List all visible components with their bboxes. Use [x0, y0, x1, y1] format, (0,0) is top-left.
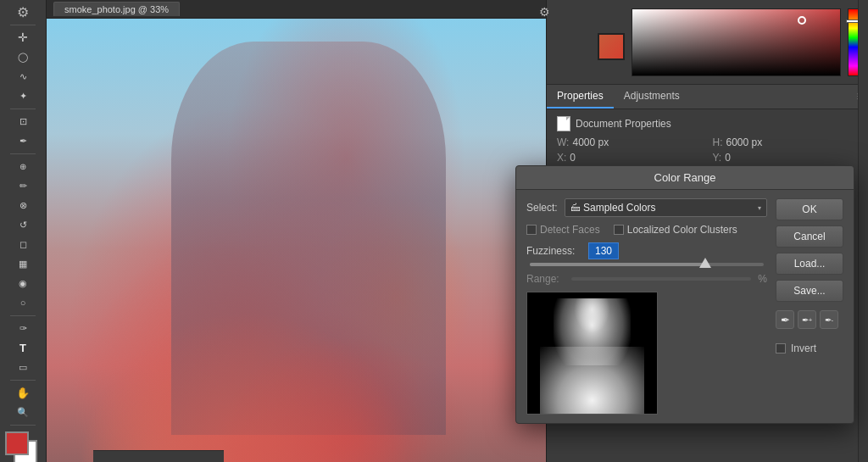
range-percent: % — [758, 273, 767, 285]
color-gradient-overlay — [632, 9, 840, 75]
zoom-tool[interactable]: 🔍 — [11, 404, 35, 421]
load-button[interactable]: Load... — [776, 253, 843, 275]
height-value: 6000 px — [726, 136, 763, 148]
width-field: W: 4000 px — [557, 136, 703, 148]
eyedropper-add-icon[interactable]: ✒+ — [798, 310, 816, 329]
fuzziness-row: Fuzziness: 130 — [526, 242, 767, 259]
healing-brush-tool[interactable]: ⊕ — [11, 158, 35, 175]
eyedropper-tool[interactable]: ✒ — [11, 132, 35, 150]
canvas-area[interactable]: smoke_photo.jpg @ 33% — [47, 0, 546, 462]
select-row: Select: 🖮 Sampled Colors ▾ — [526, 198, 767, 217]
eyedropper-tools-row: ✒ ✒+ ✒- — [776, 310, 843, 329]
color-picker-area: ⚙ — [547, 0, 868, 85]
invert-checkbox[interactable] — [776, 343, 786, 353]
x-value: 0 — [570, 152, 576, 164]
y-value: 0 — [725, 152, 731, 164]
toolbar-separator-3 — [10, 153, 36, 154]
detect-faces-checkbox[interactable] — [526, 225, 537, 235]
move-tool[interactable]: ✛ — [11, 29, 35, 47]
text-tool[interactable]: T — [11, 339, 35, 357]
options-row: Detect Faces Localized Color Clusters — [526, 224, 767, 236]
fuzziness-slider-track[interactable] — [530, 263, 764, 266]
toolbar-separator-2 — [10, 109, 36, 109]
doc-props-grid: W: 4000 px H: 6000 px X: 0 Y: 0 — [557, 136, 858, 164]
preview-head — [566, 298, 618, 335]
select-value: 🖮 Sampled Colors — [570, 202, 656, 214]
preview-smoke-bottom — [540, 347, 643, 414]
range-label: Range: — [526, 273, 565, 285]
gradient-tool[interactable]: ▦ — [11, 255, 35, 273]
chevron-down-icon: ▾ — [758, 204, 761, 212]
detect-faces-label: Detect Faces — [540, 224, 600, 236]
detect-faces-option[interactable]: Detect Faces — [526, 224, 600, 236]
preview-image — [527, 292, 657, 414]
document-properties-panel: Document Properties W: 4000 px H: 6000 p… — [547, 109, 868, 170]
invert-label: Invert — [791, 342, 816, 354]
localized-color-clusters-option[interactable]: Localized Color Clusters — [614, 224, 737, 236]
color-swatches — [5, 431, 41, 459]
app-container: ⚙ ✛ ◯ ∿ ✦ ⊡ ✒ ⊕ ✏ ⊗ ↺ ◻ ▦ ◉ ○ ✑ T ▭ ✋ 🔍 — [0, 0, 868, 462]
shape-tool[interactable]: ▭ — [11, 359, 35, 376]
panel-settings-icon[interactable]: ⚙ — [539, 5, 550, 19]
foreground-color-swatch[interactable] — [5, 431, 29, 455]
color-gradient-picker[interactable] — [632, 8, 841, 76]
preview-image-container — [526, 292, 658, 415]
eyedropper-sample-icon[interactable]: ✒ — [776, 310, 794, 329]
document-icon — [557, 116, 570, 131]
select-label: Select: — [526, 202, 558, 214]
toolbar-separator-6 — [10, 425, 36, 426]
canvas-tab[interactable]: smoke_photo.jpg @ 33% — [53, 2, 180, 16]
fuzziness-slider-thumb[interactable] — [699, 258, 711, 268]
cancel-button[interactable]: Cancel — [776, 225, 843, 248]
fuzziness-slider-fill — [530, 263, 705, 266]
dialog-left: Select: 🖮 Sampled Colors ▾ Detect Faces … — [526, 198, 767, 415]
ok-button[interactable]: OK — [776, 198, 843, 220]
panel-spacer — [562, 24, 574, 36]
width-value: 4000 px — [572, 136, 609, 148]
hand-tool[interactable]: ✋ — [11, 384, 35, 402]
y-field: Y: 0 — [713, 152, 859, 164]
width-label: W: — [557, 136, 569, 148]
clone-stamp-tool[interactable]: ⊗ — [11, 197, 35, 214]
smoke-layer-2 — [47, 203, 546, 462]
canvas-tab-bar: smoke_photo.jpg @ 33% — [47, 0, 546, 19]
crop-tool[interactable]: ⊡ — [11, 113, 35, 131]
localized-clusters-checkbox[interactable] — [614, 225, 624, 235]
dialog-right: OK Cancel Load... Save... ✒ ✒+ ✒- Invert — [776, 198, 843, 415]
right-scrollbar[interactable] — [858, 0, 868, 462]
fuzziness-label: Fuzziness: — [526, 245, 581, 257]
doc-props-title: Document Properties — [576, 118, 671, 130]
canvas-bottom-scrollbar[interactable] — [93, 450, 224, 462]
toolbar-separator-1 — [10, 25, 36, 25]
dodge-tool[interactable]: ○ — [11, 294, 35, 312]
selection-ellipse-tool[interactable]: ◯ — [11, 48, 35, 66]
canvas-image — [47, 19, 546, 462]
range-slider[interactable] — [571, 277, 751, 281]
tab-properties[interactable]: Properties — [547, 85, 614, 109]
color-picker-handle[interactable] — [798, 16, 806, 25]
x-label: X: — [557, 152, 566, 164]
select-sampled-colors-dropdown[interactable]: 🖮 Sampled Colors ▾ — [565, 198, 767, 217]
y-label: Y: — [713, 152, 722, 164]
color-swatch-preview[interactable] — [598, 33, 625, 60]
invert-row: Invert — [776, 342, 843, 354]
eyedropper-subtract-icon[interactable]: ✒- — [820, 310, 838, 329]
blur-tool[interactable]: ◉ — [11, 275, 35, 292]
dialog-body: Select: 🖮 Sampled Colors ▾ Detect Faces … — [516, 190, 854, 423]
eraser-tool[interactable]: ◻ — [11, 236, 35, 253]
magic-wand-tool[interactable]: ✦ — [11, 87, 35, 105]
fuzziness-value-input[interactable]: 130 — [588, 242, 619, 259]
color-range-dialog: Color Range Select: 🖮 Sampled Colors ▾ D… — [515, 165, 854, 424]
pen-tool[interactable]: ✑ — [11, 320, 35, 337]
toolbar-separator-4 — [10, 315, 36, 316]
save-button[interactable]: Save... — [776, 280, 843, 302]
toolbar-separator-5 — [10, 380, 36, 381]
brush-tool[interactable]: ✏ — [11, 177, 35, 195]
height-field: H: 6000 px — [713, 136, 859, 148]
localized-clusters-label: Localized Color Clusters — [627, 224, 737, 236]
tab-adjustments[interactable]: Adjustments — [614, 85, 690, 109]
history-brush-tool[interactable]: ↺ — [11, 216, 35, 234]
x-field: X: 0 — [557, 152, 703, 164]
lasso-tool[interactable]: ∿ — [11, 68, 35, 86]
gear-icon[interactable]: ⚙ — [11, 3, 35, 21]
